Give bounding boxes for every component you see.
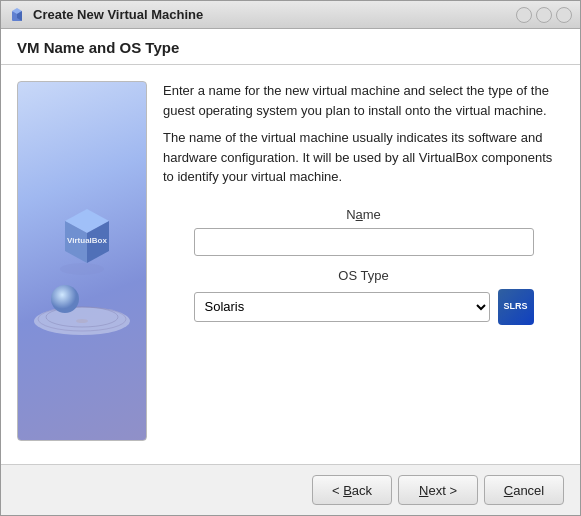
os-type-select[interactable]: Solaris Windows Linux Mac OS X Other — [194, 292, 490, 322]
wizard-description: Enter a name for the new virtual machine… — [163, 81, 564, 195]
wizard-header: VM Name and OS Type — [1, 29, 580, 65]
description-1: Enter a name for the new virtual machine… — [163, 81, 564, 120]
svg-point-12 — [51, 285, 79, 313]
wizard-body: VirtualBox Enter a name for the new virt… — [1, 65, 580, 464]
name-label: Name — [346, 207, 381, 222]
wizard-content: Enter a name for the new virtual machine… — [163, 81, 564, 448]
minimize-btn[interactable] — [516, 7, 532, 23]
titlebar: Create New Virtual Machine — [1, 1, 580, 29]
os-type-label: OS Type — [338, 268, 388, 283]
os-type-row: Solaris Windows Linux Mac OS X Other SLR… — [194, 289, 534, 325]
os-type-field-section: OS Type Solaris Windows Linux Mac OS X O… — [163, 268, 564, 325]
wizard-illustration: VirtualBox — [17, 81, 147, 441]
titlebar-title: Create New Virtual Machine — [33, 7, 203, 22]
cancel-button[interactable]: Cancel — [484, 475, 564, 505]
os-type-icon: SLRS — [498, 289, 534, 325]
wizard-footer: < Back Next > Cancel — [1, 464, 580, 515]
vbox-logo-svg: VirtualBox — [27, 161, 137, 361]
next-button[interactable]: Next > — [398, 475, 478, 505]
page-title: VM Name and OS Type — [17, 39, 564, 56]
svg-point-6 — [76, 319, 88, 323]
titlebar-left: Create New Virtual Machine — [9, 6, 203, 24]
back-button[interactable]: < Back — [312, 475, 392, 505]
description-2: The name of the virtual machine usually … — [163, 128, 564, 187]
virtualbox-icon — [9, 6, 27, 24]
name-input[interactable] — [194, 228, 534, 256]
maximize-btn[interactable] — [536, 7, 552, 23]
name-field-section: Name — [163, 207, 564, 256]
close-btn[interactable] — [556, 7, 572, 23]
svg-point-11 — [60, 263, 104, 275]
svg-text:VirtualBox: VirtualBox — [67, 236, 107, 245]
titlebar-controls — [516, 7, 572, 23]
